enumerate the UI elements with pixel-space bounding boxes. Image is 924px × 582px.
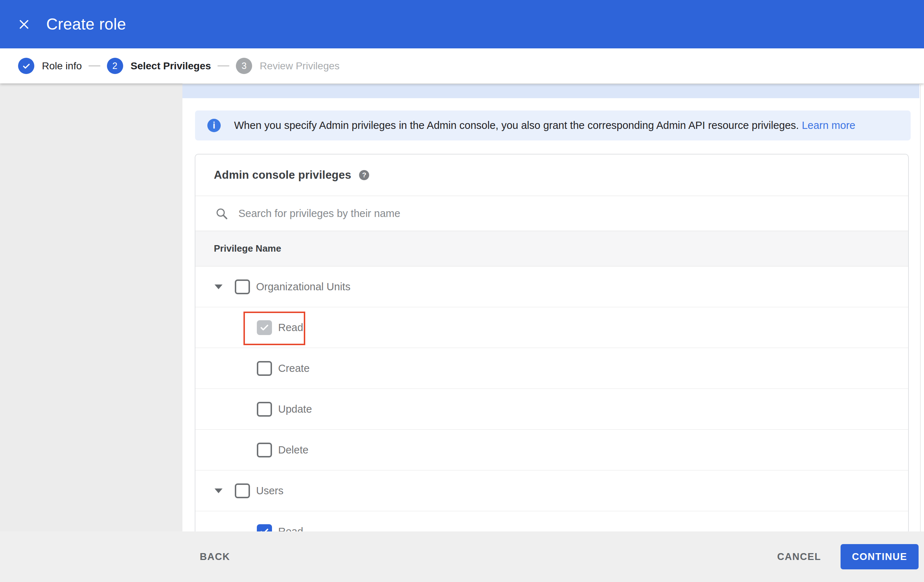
- privilege-search-row: [195, 196, 908, 231]
- privilege-rows: Organizational UnitsReadCreateUpdateDele…: [195, 267, 908, 552]
- privilege-label: Update: [278, 403, 312, 415]
- column-header-privilege-name: Privilege Name: [214, 243, 281, 254]
- checkbox-update[interactable]: [257, 402, 272, 417]
- banner-text: When you specify Admin privileges in the…: [234, 119, 855, 132]
- close-icon[interactable]: [16, 16, 32, 32]
- step-divider: [218, 65, 229, 66]
- checkbox-create[interactable]: [257, 361, 272, 376]
- scrolled-banner-edge: [182, 84, 919, 98]
- footer-bar: BACK CANCEL CONTINUE: [0, 531, 924, 582]
- privilege-row-read-1: Read: [195, 307, 908, 348]
- create-role-dialog: Create role Role info 2 Select Privilege…: [0, 0, 924, 582]
- step-review-privileges[interactable]: 3 Review Privileges: [236, 58, 340, 74]
- stepper: Role info 2 Select Privileges 3 Review P…: [0, 48, 924, 83]
- step-number-badge: 3: [236, 58, 252, 74]
- banner-message: When you specify Admin privileges in the…: [234, 119, 799, 131]
- privilege-label: Users: [256, 485, 284, 497]
- step-select-privileges[interactable]: 2 Select Privileges: [107, 58, 211, 74]
- card-title: Admin console privileges: [214, 168, 351, 181]
- learn-more-link[interactable]: Learn more: [802, 119, 855, 131]
- step-label: Review Privileges: [260, 60, 340, 72]
- chevron-down-icon[interactable]: [214, 488, 223, 493]
- info-banner: i When you specify Admin privileges in t…: [195, 110, 911, 140]
- table-header-row: Privilege Name: [195, 231, 908, 267]
- checkbox-read[interactable]: [257, 320, 272, 335]
- back-button[interactable]: BACK: [200, 551, 230, 562]
- scroll-track-line: [920, 85, 921, 582]
- left-panel: [0, 83, 182, 582]
- chevron-down-icon[interactable]: [214, 285, 223, 289]
- step-divider: [89, 65, 101, 66]
- step-role-info[interactable]: Role info: [18, 58, 82, 74]
- step-complete-check-icon: [18, 58, 34, 74]
- content-area: i When you specify Admin privileges in t…: [182, 83, 924, 582]
- cancel-button[interactable]: CANCEL: [777, 551, 822, 562]
- step-label: Role info: [42, 60, 82, 72]
- info-icon: i: [207, 119, 221, 132]
- search-input[interactable]: [238, 208, 780, 219]
- checkbox-users[interactable]: [235, 483, 250, 498]
- privilege-row-organizational-units: Organizational Units: [195, 267, 908, 307]
- privilege-row-create-2: Create: [195, 348, 908, 389]
- privilege-row-users: Users: [195, 470, 908, 511]
- checkbox-organizational-units[interactable]: [235, 279, 250, 294]
- privilege-label: Read: [278, 322, 303, 334]
- appbar: Create role: [0, 0, 924, 48]
- continue-button[interactable]: CONTINUE: [841, 544, 919, 569]
- privilege-label: Delete: [278, 444, 309, 456]
- card-header: Admin console privileges ?: [195, 155, 908, 196]
- step-label: Select Privileges: [131, 60, 211, 72]
- search-icon: [215, 207, 228, 220]
- privilege-label: Organizational Units: [256, 281, 350, 293]
- checkbox-delete[interactable]: [257, 443, 272, 457]
- dialog-title: Create role: [46, 15, 126, 33]
- step-number-badge: 2: [107, 58, 123, 74]
- admin-privileges-card: Admin console privileges ? Privilege Nam…: [195, 154, 909, 554]
- privilege-label: Create: [278, 363, 310, 374]
- privilege-row-delete-4: Delete: [195, 430, 908, 470]
- close-x-glyph: [18, 19, 30, 30]
- privilege-row-update-3: Update: [195, 389, 908, 430]
- help-icon[interactable]: ?: [359, 170, 369, 180]
